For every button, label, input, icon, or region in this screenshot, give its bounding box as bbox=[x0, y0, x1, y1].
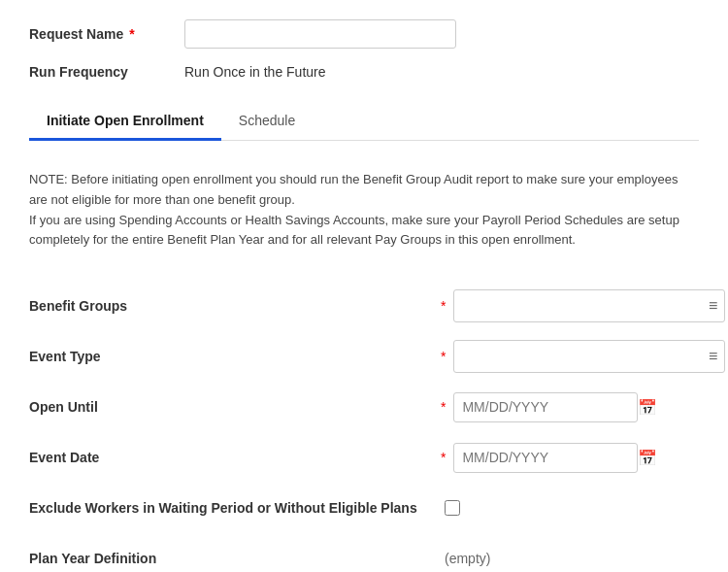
tab-initiate-open-enrollment[interactable]: Initiate Open Enrollment bbox=[29, 103, 221, 141]
event-type-row: Event Type * ≡ bbox=[29, 338, 699, 375]
open-until-required: * bbox=[441, 399, 446, 415]
request-name-input[interactable] bbox=[184, 19, 456, 49]
note-box: NOTE: Before initiating open enrollment … bbox=[29, 156, 699, 264]
plan-year-definition-label: Plan Year Definition bbox=[29, 551, 437, 566]
plan-year-definition-value: (empty) bbox=[445, 551, 490, 566]
event-date-calendar-icon[interactable]: 📅 bbox=[638, 449, 657, 467]
event-type-required: * bbox=[441, 349, 446, 364]
benefit-groups-select[interactable] bbox=[453, 289, 725, 322]
event-date-required: * bbox=[441, 450, 446, 465]
event-date-input[interactable] bbox=[462, 450, 632, 465]
exclude-workers-checkbox[interactable] bbox=[445, 500, 460, 516]
open-until-date-wrapper: 📅 bbox=[453, 392, 638, 422]
event-date-wrapper: 📅 bbox=[453, 443, 638, 473]
open-until-input[interactable] bbox=[462, 399, 632, 415]
benefit-groups-label: Benefit Groups bbox=[29, 298, 437, 314]
open-until-label: Open Until bbox=[29, 399, 437, 415]
open-until-row: Open Until * 📅 bbox=[29, 388, 699, 425]
plan-year-definition-row: Plan Year Definition (empty) bbox=[29, 540, 699, 572]
event-type-select-wrapper: ≡ bbox=[453, 340, 725, 373]
run-frequency-value: Run Once in the Future bbox=[184, 64, 326, 80]
exclude-workers-label: Exclude Workers in Waiting Period or Wit… bbox=[29, 500, 437, 516]
event-type-label: Event Type bbox=[29, 349, 437, 364]
exclude-workers-row: Exclude Workers in Waiting Period or Wit… bbox=[29, 489, 699, 526]
event-date-row: Event Date * 📅 bbox=[29, 439, 699, 476]
request-name-label: Request Name * bbox=[29, 26, 184, 42]
tab-schedule[interactable]: Schedule bbox=[221, 103, 313, 141]
open-until-calendar-icon[interactable]: 📅 bbox=[638, 398, 657, 417]
benefit-groups-row: Benefit Groups * ≡ bbox=[29, 287, 699, 324]
fields-section: Benefit Groups * ≡ Event Type * ≡ Open U… bbox=[29, 287, 699, 572]
event-date-label: Event Date bbox=[29, 450, 437, 465]
benefit-groups-select-wrapper: ≡ bbox=[453, 289, 725, 322]
run-frequency-label: Run Frequency bbox=[29, 64, 184, 80]
tabs-container: Initiate Open Enrollment Schedule bbox=[29, 103, 699, 141]
required-indicator: * bbox=[129, 26, 134, 42]
exclude-workers-checkbox-wrapper bbox=[445, 500, 460, 516]
event-type-select[interactable] bbox=[453, 340, 725, 373]
benefit-groups-required: * bbox=[441, 298, 446, 314]
